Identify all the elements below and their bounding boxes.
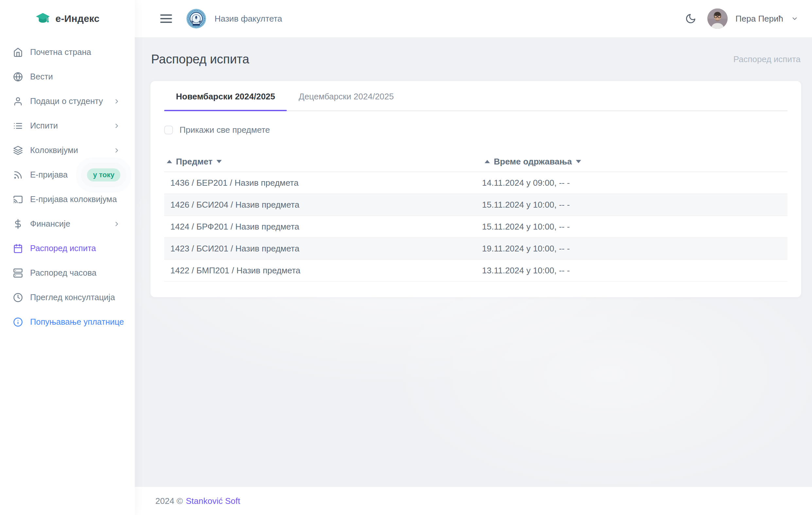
hamburger-menu-button[interactable]	[160, 12, 172, 25]
cell-subject: 1426 / БСИ204 / Назив предмета	[164, 200, 482, 210]
sidebar-item-exam-schedule[interactable]: Распоред испита	[0, 236, 135, 261]
status-badge: у току	[87, 168, 120, 181]
tab-december[interactable]: Децембарски 2024/2025	[287, 81, 406, 111]
sidebar-item-consultations[interactable]: Преглед консултација	[0, 285, 135, 310]
table-row: 1424 / БРФ201 / Назив предмета 15.11.202…	[164, 216, 787, 238]
faculty-block: Назив факултета	[186, 9, 282, 28]
sidebar-item-label: Е-пријава	[30, 170, 68, 180]
sidebar: е-Индекс Почетна страна Вести Подаци о с…	[0, 0, 135, 515]
calendar-icon	[13, 244, 23, 253]
cell-time: 14.11.2024 у 09:00, -- -	[482, 178, 787, 188]
sidebar-item-e-application-colloquium[interactable]: Е-пријава колоквијума	[0, 187, 135, 211]
chevron-right-icon	[113, 98, 120, 105]
column-header-label: Предмет	[176, 156, 212, 167]
user-icon	[13, 96, 23, 106]
sidebar-item-label: Вести	[30, 71, 53, 82]
cell-subject: 1423 / БСИ201 / Назив предмета	[164, 244, 482, 254]
globe-icon	[13, 72, 23, 82]
sidebar-item-payment-slip[interactable]: Попуњавање уплатнице	[0, 310, 135, 334]
sort-asc-icon	[485, 160, 490, 163]
sidebar-item-news[interactable]: Вести	[0, 64, 135, 89]
sort-desc-icon	[576, 160, 581, 163]
sidebar-nav: Почетна страна Вести Подаци о студенту И…	[0, 37, 135, 334]
cell-time: 19.11.2024 у 10:00, -- -	[482, 244, 787, 254]
app-root: е-Индекс Почетна страна Вести Подаци о с…	[0, 0, 812, 515]
tab-bar: Новембарски 2024/2025 Децембарски 2024/2…	[164, 81, 787, 111]
rss-icon	[13, 170, 23, 180]
copyright-text: 2024 ©	[155, 496, 183, 506]
dark-mode-toggle[interactable]	[685, 13, 696, 24]
server-icon	[13, 268, 23, 278]
sidebar-item-label: Почетна страна	[30, 47, 91, 57]
footer: 2024 © Stanković Soft	[135, 487, 812, 515]
table-row: 1426 / БСИ204 / Назив предмета 15.11.202…	[164, 194, 787, 216]
column-header-label: Време одржавања	[494, 156, 572, 167]
page-head: Распоред испита Распоред испита	[150, 37, 801, 81]
checkbox-box[interactable]	[164, 125, 173, 134]
topbar: Назив факултета	[135, 0, 812, 37]
sidebar-item-student-data[interactable]: Подаци о студенту	[0, 89, 135, 113]
show-all-subjects-checkbox[interactable]: Прикажи све предмете	[164, 125, 270, 135]
column-header-subject[interactable]: Предмет	[164, 156, 485, 167]
sidebar-item-label: Е-пријава колоквијума	[30, 194, 117, 204]
chevron-right-icon	[113, 147, 120, 154]
user-menu[interactable]: Пера Перић	[707, 8, 798, 29]
card-body: Прикажи све предмете Предмет Време одржа…	[150, 125, 801, 282]
sidebar-item-colloquiums[interactable]: Колоквијуми	[0, 138, 135, 163]
cell-time: 15.11.2024 у 10:00, -- -	[482, 200, 787, 210]
clock-icon	[13, 293, 23, 303]
chevron-right-icon	[113, 122, 120, 130]
table-row: 1422 / БМП201 / Назив предмета 13.11.202…	[164, 260, 787, 282]
graduation-cap-icon	[35, 11, 50, 26]
sidebar-item-label: Колоквијуми	[30, 145, 78, 155]
chevron-right-icon	[113, 220, 120, 228]
sidebar-item-class-schedule[interactable]: Распоред часова	[0, 261, 135, 285]
dollar-icon	[13, 219, 23, 229]
chevron-down-icon	[791, 15, 798, 22]
cell-subject: 1422 / БМП201 / Назив предмета	[164, 265, 482, 276]
layers-icon	[13, 145, 23, 155]
sidebar-item-label: Попуњавање уплатнице	[30, 317, 124, 327]
exam-schedule-card: Новембарски 2024/2025 Децембарски 2024/2…	[150, 81, 801, 297]
exam-table: Предмет Време одржавања 1436 / БЕР201 / …	[164, 151, 787, 282]
info-icon	[13, 317, 23, 327]
brand[interactable]: е-Индекс	[0, 0, 135, 37]
tab-november[interactable]: Новембарски 2024/2025	[164, 81, 287, 111]
sidebar-item-label: Испити	[30, 121, 58, 131]
moon-icon	[685, 13, 696, 24]
sidebar-item-finances[interactable]: Финансије	[0, 211, 135, 236]
sidebar-item-label: Подаци о студенту	[30, 96, 103, 106]
company-link[interactable]: Stanković Soft	[186, 496, 240, 506]
home-icon	[13, 48, 23, 57]
checkbox-label: Прикажи све предмете	[179, 125, 270, 135]
faculty-name: Назив факултета	[214, 14, 282, 24]
sidebar-item-label: Преглед консултација	[30, 292, 115, 303]
column-header-time[interactable]: Време одржавања	[485, 156, 787, 167]
avatar	[707, 8, 728, 29]
list-icon	[13, 121, 23, 131]
user-name: Пера Перић	[735, 14, 783, 24]
main-content: Распоред испита Распоред испита Новембар…	[135, 37, 812, 487]
sidebar-item-home[interactable]: Почетна страна	[0, 40, 135, 64]
cast-icon	[13, 195, 23, 204]
sidebar-item-label: Финансије	[30, 219, 70, 229]
sidebar-item-exams[interactable]: Испити	[0, 113, 135, 138]
cell-subject: 1436 / БЕР201 / Назив предмета	[164, 178, 482, 188]
sort-asc-icon	[167, 160, 172, 163]
faculty-logo	[186, 9, 206, 28]
cell-subject: 1424 / БРФ201 / Назив предмета	[164, 222, 482, 232]
cell-time: 15.11.2024 у 10:00, -- -	[482, 222, 787, 232]
page-title: Распоред испита	[151, 52, 249, 66]
brand-name: е-Индекс	[56, 13, 100, 24]
cell-time: 13.11.2024 у 10:00, -- -	[482, 265, 787, 276]
table-row: 1423 / БСИ201 / Назив предмета 19.11.202…	[164, 238, 787, 260]
breadcrumb: Распоред испита	[733, 54, 801, 64]
table-header-row: Предмет Време одржавања	[164, 151, 787, 172]
table-row: 1436 / БЕР201 / Назив предмета 14.11.202…	[164, 172, 787, 194]
sidebar-item-label: Распоред испита	[30, 243, 96, 253]
sidebar-item-e-application[interactable]: Е-пријава у току	[0, 163, 135, 187]
sidebar-item-label: Распоред часова	[30, 268, 96, 278]
sort-desc-icon	[216, 160, 222, 163]
topbar-right: Пера Перић	[685, 8, 798, 29]
